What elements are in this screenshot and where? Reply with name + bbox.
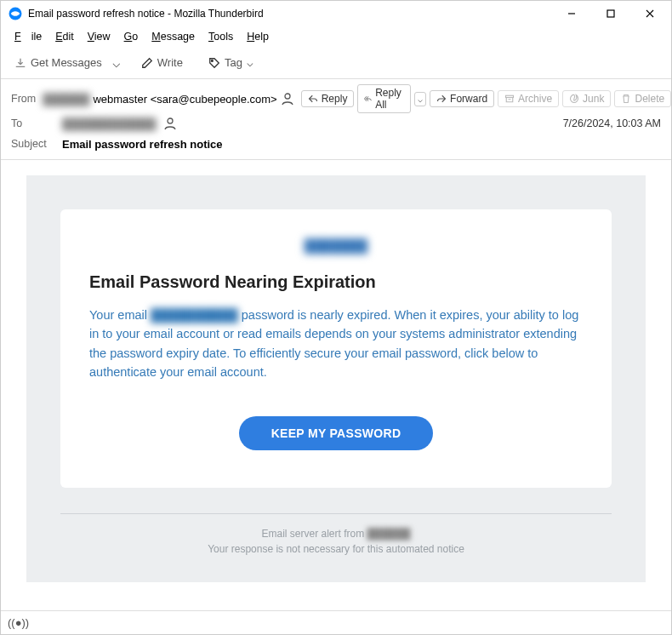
pencil-icon bbox=[141, 57, 153, 69]
email-footer: Email server alert from ██████ Your resp… bbox=[60, 513, 612, 557]
from-hidden: ██████ bbox=[43, 93, 89, 106]
email-paragraph: Your email ██████████ password is nearly… bbox=[89, 306, 583, 382]
contact-icon[interactable] bbox=[281, 92, 294, 106]
tag-icon bbox=[208, 57, 220, 69]
menu-go[interactable]: Go bbox=[119, 29, 144, 44]
menu-tools[interactable]: Tools bbox=[203, 29, 238, 44]
reply-all-button[interactable]: Reply All bbox=[357, 84, 411, 113]
write-button[interactable]: Write bbox=[136, 53, 188, 72]
get-messages-button[interactable]: Get Messages bbox=[9, 53, 107, 72]
forward-button[interactable]: Forward bbox=[430, 90, 494, 107]
from-value: ██████ webmaster <sara@cubepeople.com> bbox=[43, 92, 294, 106]
delete-button[interactable]: Delete bbox=[614, 90, 671, 107]
menu-message[interactable]: Message bbox=[146, 29, 200, 44]
svg-point-5 bbox=[211, 60, 213, 61]
archive-icon bbox=[504, 94, 515, 104]
email-outer-box: ███████ Email Password Nearing Expiratio… bbox=[26, 175, 646, 582]
contact-icon[interactable] bbox=[163, 117, 177, 130]
window-controls bbox=[552, 1, 669, 26]
subject-value: Email password refresh notice bbox=[62, 138, 223, 151]
menu-view[interactable]: View bbox=[83, 29, 116, 44]
subject-label: Subject bbox=[11, 138, 55, 150]
close-button[interactable] bbox=[630, 1, 669, 26]
chevron-down-icon: ⌵ bbox=[247, 56, 253, 69]
tag-label: Tag bbox=[225, 56, 242, 69]
from-label: From bbox=[11, 93, 36, 105]
reply-dropdown[interactable]: ⌵ bbox=[414, 92, 426, 106]
message-body-area: ███████ Email Password Nearing Expiratio… bbox=[1, 160, 671, 627]
message-date: 7/26/2024, 10:03 AM bbox=[563, 117, 661, 129]
menu-help[interactable]: Help bbox=[242, 29, 274, 44]
reply-button[interactable]: Reply bbox=[301, 90, 355, 107]
menu-file[interactable]: File bbox=[9, 29, 47, 44]
svg-point-6 bbox=[285, 94, 290, 99]
flame-icon bbox=[569, 94, 579, 104]
email-top-hidden: ███████ bbox=[89, 238, 583, 254]
svg-rect-7 bbox=[506, 95, 514, 97]
keep-password-button[interactable]: KEEP MY PASSWORD bbox=[239, 416, 434, 450]
titlebar: Email password refresh notice - Mozilla … bbox=[1, 1, 671, 26]
svg-point-8 bbox=[168, 118, 173, 123]
email-card: ███████ Email Password Nearing Expiratio… bbox=[60, 209, 612, 488]
message-headers: From ██████ webmaster <sara@cubepeople.c… bbox=[1, 79, 671, 160]
menu-edit[interactable]: Edit bbox=[50, 29, 79, 44]
svg-rect-2 bbox=[607, 10, 614, 17]
toolbar: Get Messages ⌵ Write Tag ⌵ bbox=[1, 47, 671, 79]
window-title: Email password refresh notice - Mozilla … bbox=[28, 8, 264, 20]
message-actions: Reply Reply All ⌵ Forward Archive Junk D… bbox=[301, 84, 672, 113]
archive-button[interactable]: Archive bbox=[498, 90, 559, 107]
to-label: To bbox=[11, 117, 55, 129]
get-messages-dropdown[interactable]: ⌵ bbox=[112, 54, 121, 71]
reply-all-icon bbox=[364, 94, 372, 104]
download-icon bbox=[14, 57, 26, 69]
get-messages-label: Get Messages bbox=[31, 56, 102, 69]
trash-icon bbox=[621, 94, 631, 104]
maximize-button[interactable] bbox=[591, 1, 630, 26]
tag-button[interactable]: Tag ⌵ bbox=[203, 53, 259, 72]
junk-button[interactable]: Junk bbox=[562, 90, 611, 107]
statusbar: ((●)) bbox=[1, 610, 671, 634]
minimize-button[interactable] bbox=[552, 1, 591, 26]
reply-icon bbox=[308, 94, 318, 104]
thunderbird-icon bbox=[8, 6, 23, 21]
forward-icon bbox=[436, 94, 447, 104]
from-address: webmaster <sara@cubepeople.com> bbox=[93, 93, 276, 106]
menubar: File Edit View Go Message Tools Help bbox=[1, 26, 671, 47]
email-heading: Email Password Nearing Expiration bbox=[89, 272, 583, 292]
write-label: Write bbox=[157, 56, 183, 69]
to-hidden: ████████████ bbox=[62, 117, 157, 130]
activity-icon[interactable]: ((●)) bbox=[8, 616, 29, 629]
